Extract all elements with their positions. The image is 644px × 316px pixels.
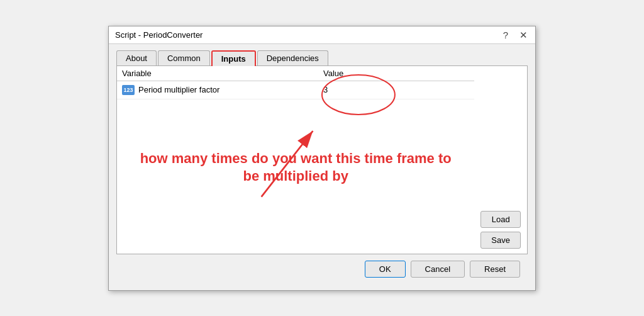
ok-button[interactable]: OK bbox=[365, 261, 406, 278]
value-cell[interactable]: 3 bbox=[311, 85, 469, 94]
title-bar-left: Script - PeriodConverter bbox=[115, 30, 203, 40]
content-area: Variable Value 123 Period multiplier fac… bbox=[116, 65, 528, 254]
annotation-area: how many times do you want this time fra… bbox=[117, 99, 474, 225]
tab-common[interactable]: Common bbox=[158, 50, 210, 66]
column-value-header: Value bbox=[311, 69, 469, 78]
reset-button[interactable]: Reset bbox=[470, 261, 520, 278]
bottom-bar: OK Cancel Reset bbox=[116, 254, 528, 283]
column-variable-header: Variable bbox=[122, 69, 311, 78]
title-bar: Script - PeriodConverter ? ✕ bbox=[109, 26, 535, 44]
table-header: Variable Value bbox=[117, 66, 474, 81]
variable-type-icon: 123 bbox=[122, 85, 135, 95]
annotation-text: how many times do you want this time fra… bbox=[136, 150, 455, 186]
tab-about[interactable]: About bbox=[116, 50, 157, 66]
variable-cell: 123 Period multiplier factor bbox=[122, 85, 311, 95]
tab-inputs[interactable]: Inputs bbox=[211, 50, 256, 66]
dialog-window: Script - PeriodConverter ? ✕ About Commo… bbox=[108, 26, 536, 291]
close-button[interactable]: ✕ bbox=[518, 30, 529, 40]
load-button[interactable]: Load bbox=[480, 211, 521, 228]
dialog-title: Script - PeriodConverter bbox=[115, 30, 203, 40]
tab-bar: About Common Inputs Dependencies bbox=[116, 50, 528, 66]
help-button[interactable]: ? bbox=[502, 30, 509, 40]
main-panel: Variable Value 123 Period multiplier fac… bbox=[117, 66, 474, 254]
side-buttons: Load Save bbox=[474, 66, 527, 254]
variable-name: Period multiplier factor bbox=[138, 85, 219, 94]
tab-dependencies[interactable]: Dependencies bbox=[257, 50, 328, 66]
title-bar-buttons: ? ✕ bbox=[502, 30, 529, 40]
save-button[interactable]: Save bbox=[480, 232, 521, 249]
table-row: 123 Period multiplier factor 3 bbox=[117, 81, 474, 99]
cancel-button[interactable]: Cancel bbox=[411, 261, 465, 278]
dialog-body: About Common Inputs Dependencies Variabl… bbox=[109, 44, 535, 290]
